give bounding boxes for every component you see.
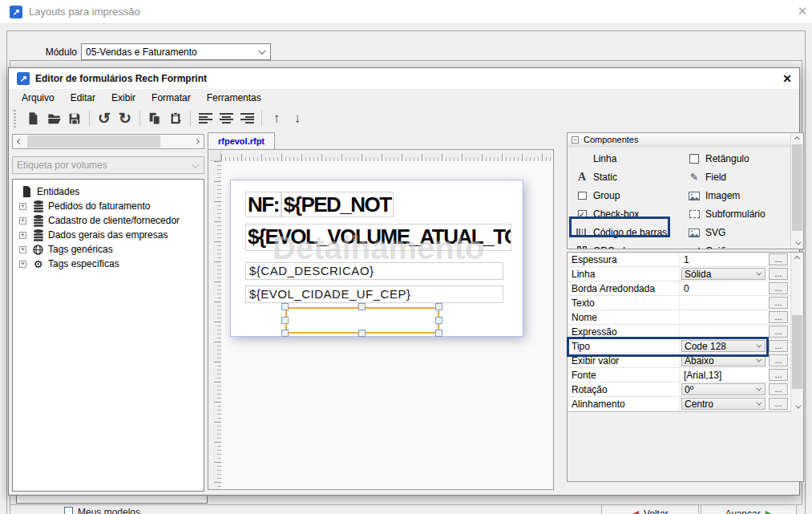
property-more-button[interactable]: ...	[769, 268, 788, 280]
align-center-icon[interactable]	[216, 108, 236, 129]
property-more-button[interactable]: ...	[769, 354, 788, 366]
property-value[interactable]: [Arial,13]	[684, 370, 721, 381]
scrollbar-thumb[interactable]	[792, 315, 802, 389]
property-name: Texto	[568, 296, 680, 310]
left-horizontal-scrollbar[interactable]	[12, 134, 204, 149]
new-file-icon[interactable]	[22, 108, 43, 129]
property-name: Alinhamento	[568, 397, 680, 411]
evol-cidade-field[interactable]: ${EVOL_CIDADE_UF_CEP}	[245, 285, 503, 303]
dialog-close-icon[interactable]: ✕	[780, 71, 794, 86]
menu-ferramentas[interactable]: Ferramentas	[199, 91, 269, 105]
property-dropdown[interactable]: Sólida	[681, 268, 766, 280]
components-scrollbar[interactable]	[790, 133, 803, 249]
menu-exibir[interactable]: Exibir	[103, 91, 143, 105]
component-field[interactable]: ✎ Field	[688, 169, 726, 185]
resize-handle[interactable]	[281, 317, 289, 324]
collapse-icon[interactable]: −	[572, 136, 579, 144]
resize-handle[interactable]	[435, 330, 442, 337]
tab-rfpevol[interactable]: rfpevol.rfpt	[208, 132, 275, 149]
undo-icon[interactable]: ↺	[94, 108, 115, 129]
module-combobox[interactable]: 05-Vendas e Faturamento	[81, 43, 271, 60]
expander-plus-icon[interactable]: +	[19, 261, 26, 268]
scroll-left-icon[interactable]	[13, 135, 26, 148]
resize-handle[interactable]	[435, 303, 442, 310]
property-more-button[interactable]: ...	[769, 297, 788, 309]
property-value[interactable]: 0	[684, 283, 689, 294]
expander-plus-icon[interactable]: +	[19, 246, 26, 253]
align-left-icon[interactable]	[195, 108, 216, 129]
property-more-button[interactable]: ...	[769, 326, 788, 338]
property-dropdown[interactable]: 0º	[681, 383, 766, 395]
scroll-up-icon[interactable]	[791, 253, 803, 264]
copy-icon[interactable]	[144, 108, 165, 129]
component-retangulo[interactable]: Retângulo	[688, 151, 749, 167]
resize-handle[interactable]	[435, 317, 442, 324]
tree-item-label: Tags genéricas	[48, 244, 113, 255]
tree-item-dados-gerais[interactable]: + Dados gerais das empresas	[13, 228, 204, 242]
scrollbar-thumb[interactable]	[27, 136, 160, 148]
nf-static-text[interactable]: NF:	[245, 192, 281, 217]
component-svg[interactable]: SVG	[688, 225, 725, 241]
open-folder-icon[interactable]	[43, 108, 64, 129]
my-models-checkbox[interactable]	[64, 507, 73, 514]
scroll-right-icon[interactable]	[190, 135, 204, 148]
resize-handle[interactable]	[358, 303, 366, 310]
main-window-close-icon[interactable]: ✕	[795, 4, 810, 18]
redo-icon[interactable]: ↻	[115, 108, 135, 129]
property-name: Nome	[568, 310, 680, 324]
scroll-down-icon[interactable]	[791, 237, 803, 249]
tree-item-tags-especificas[interactable]: + ⚙ Tags específicas	[13, 257, 204, 271]
cad-descricao-field[interactable]: ${CAD_DESCRICAO}	[245, 262, 503, 280]
expander-plus-icon[interactable]: +	[19, 232, 26, 239]
properties-scrollbar[interactable]	[790, 253, 803, 412]
svg-image-icon	[688, 227, 701, 238]
next-button[interactable]: Avançar ▶	[701, 504, 797, 514]
save-icon[interactable]	[64, 108, 85, 129]
template-line1[interactable]: NF: ${PED_NOT	[245, 192, 394, 217]
expander-plus-icon[interactable]: +	[19, 203, 26, 210]
component-group[interactable]: Group	[576, 188, 620, 204]
tree-item-tags-genericas[interactable]: + Tags genéricas	[13, 242, 204, 257]
property-more-button[interactable]: ...	[769, 383, 788, 395]
property-more-button[interactable]: ...	[769, 340, 788, 352]
component-subformulario[interactable]: Subformulário	[688, 206, 766, 222]
expander-plus-icon[interactable]: +	[19, 217, 26, 225]
resize-handle[interactable]	[281, 303, 289, 310]
paste-icon[interactable]	[165, 108, 186, 129]
property-dropdown[interactable]: Centro	[681, 398, 766, 410]
component-label: QRCode	[593, 245, 631, 249]
property-more-button[interactable]: ...	[769, 398, 788, 410]
back-button[interactable]: ◀ Voltar	[601, 504, 699, 514]
property-more-button[interactable]: ...	[769, 253, 788, 265]
scroll-up-icon[interactable]	[791, 133, 803, 144]
move-up-icon[interactable]: ↑	[266, 108, 287, 129]
menu-arquivo[interactable]: Arquivo	[14, 91, 63, 105]
align-right-icon[interactable]	[236, 108, 257, 129]
component-grafico[interactable]: Gráfico	[688, 243, 737, 249]
component-static[interactable]: A Static	[576, 169, 617, 185]
components-panel: − Componentes Linha Retângulo A Static ✎…	[567, 132, 804, 249]
scroll-down-icon[interactable]	[791, 401, 803, 412]
tree-item-pedidos[interactable]: + Pedidos do faturamento	[13, 199, 204, 213]
component-qrcode[interactable]: QRCode	[576, 243, 631, 249]
form-page[interactable]: NF: ${PED_NOT ${EVOL_VOLUME_ATUAL_TOTA D…	[230, 180, 523, 337]
etiqueta-combobox[interactable]: Etiqueta por volumes	[12, 156, 204, 174]
menu-editar[interactable]: Editar	[63, 91, 103, 105]
tree-root-entidades[interactable]: Entidades	[13, 184, 204, 199]
property-more-button[interactable]: ...	[769, 311, 788, 323]
toolbar-separator	[261, 111, 262, 127]
resize-handle[interactable]	[358, 330, 366, 337]
property-value[interactable]: 1	[684, 254, 689, 265]
ped-not-field[interactable]: ${PED_NOT	[281, 192, 394, 217]
component-linha[interactable]: Linha	[593, 151, 616, 167]
resize-handle[interactable]	[281, 330, 289, 337]
menu-formatar[interactable]: Formatar	[143, 91, 199, 105]
chevron-down-icon	[756, 400, 762, 406]
property-more-button[interactable]: ...	[769, 282, 788, 294]
components-header[interactable]: − Componentes	[568, 133, 790, 147]
tree-item-cadastro[interactable]: + Cadastro de cliente/fornecedor	[13, 213, 204, 228]
component-imagem[interactable]: Imagem	[688, 188, 740, 204]
property-more-button[interactable]: ...	[769, 369, 788, 381]
scrollbar-thumb[interactable]	[792, 144, 802, 231]
move-down-icon[interactable]: ↓	[287, 108, 308, 129]
